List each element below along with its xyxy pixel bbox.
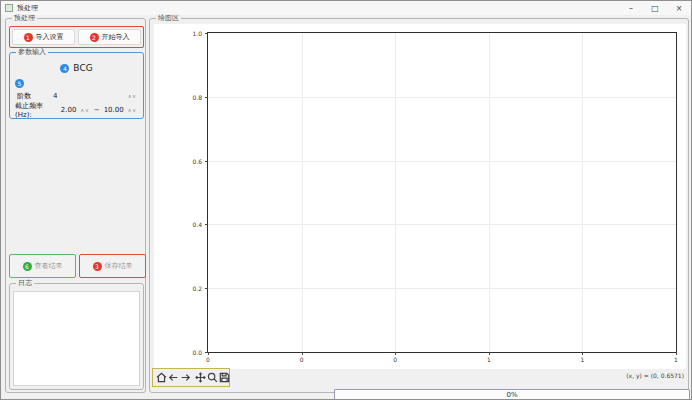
zoom-button[interactable]	[207, 370, 218, 385]
plot-group: 绘图区 0 0 0 1	[149, 18, 689, 393]
import-buttons-highlight-box: 1 导入设置 2 开始导入	[9, 26, 144, 48]
progress-value-label: 0%	[506, 391, 517, 399]
save-results-label: 保存结果	[105, 261, 133, 271]
x-tick	[208, 352, 209, 355]
log-group-label: 日志	[16, 279, 34, 288]
filter-order-spinner-arrows-icon[interactable]: ∧∨	[128, 93, 137, 99]
x-tick-label: 1	[487, 356, 491, 363]
y-tick	[205, 224, 208, 225]
x-tick-label: 0	[206, 356, 210, 363]
preprocess-group: 预处理 1 导入设置 2 开始导入 参数输入 4 BCG 5 阶数 4 ∧	[5, 18, 146, 393]
x-tick-label: 0	[300, 356, 304, 363]
plot-figure[interactable]: 0 0 0 1 1 1 1.0 0.8 0.6 0.4 0.2 0.0	[154, 24, 686, 369]
plot-axes[interactable]: 0 0 0 1 1 1 1.0 0.8 0.6 0.4 0.2 0.0	[207, 32, 677, 353]
log-output-area[interactable]	[13, 291, 140, 386]
y-tick-label: 0.6	[192, 157, 202, 164]
signal-type-label: BCG	[73, 63, 92, 73]
grid-line-horizontal	[208, 288, 676, 289]
grid-line-horizontal	[208, 224, 676, 225]
y-tick-label: 0.8	[192, 93, 202, 100]
grid-line-horizontal	[208, 161, 676, 162]
app-icon	[5, 4, 13, 12]
x-tick-label: 1	[580, 356, 584, 363]
window-controls: – □ ×	[619, 1, 691, 15]
grid-line-vertical	[302, 33, 303, 352]
title-bar[interactable]: 预处理 – □ ×	[1, 1, 691, 15]
floppy-save-icon	[219, 372, 230, 383]
log-group: 日志	[9, 283, 144, 390]
cutoff-high-spinbox[interactable]: 10.00	[104, 106, 124, 114]
start-import-button[interactable]: 2 开始导入	[78, 29, 141, 45]
import-settings-button[interactable]: 1 导入设置	[12, 29, 75, 45]
y-tick-label: 1.0	[192, 30, 202, 37]
parameter-group-label: 参数输入	[16, 48, 48, 57]
step-badge-4: 4	[60, 64, 69, 73]
y-tick	[205, 352, 208, 353]
cutoff-high-spinner-arrows-icon[interactable]: ∧∨	[128, 107, 137, 113]
import-settings-label: 导入设置	[36, 32, 64, 42]
back-arrow-icon	[168, 372, 179, 383]
pan-button[interactable]	[195, 370, 206, 385]
y-tick	[205, 33, 208, 34]
cutoff-range-separator: ~	[94, 106, 100, 114]
x-tick	[489, 352, 490, 355]
filter-order-spinbox[interactable]: 4	[53, 92, 57, 100]
view-results-label: 查看结果	[35, 261, 63, 271]
y-tick	[205, 97, 208, 98]
grid-line-horizontal	[208, 97, 676, 98]
x-tick-label: 1	[674, 356, 678, 363]
y-tick-label: 0.4	[192, 221, 202, 228]
progress-bar: 0%	[334, 389, 690, 400]
x-tick	[302, 352, 303, 355]
x-tick	[582, 352, 583, 355]
step-badge-3: 3	[93, 262, 102, 271]
grid-line-vertical	[489, 33, 490, 352]
parameter-input-group: 参数输入 4 BCG 5 阶数 4 ∧∨ 截止频率(Hz): 2.00 ∧∨ ~…	[9, 52, 144, 119]
step-badge-5: 5	[15, 79, 24, 88]
preprocess-group-label: 预处理	[12, 14, 37, 23]
home-button[interactable]	[156, 370, 167, 385]
cutoff-low-spinner-arrows-icon[interactable]: ∧∨	[80, 107, 89, 113]
maximize-button[interactable]: □	[643, 1, 667, 15]
filter-order-row: 阶数 4 ∧∨	[17, 90, 137, 101]
save-figure-button[interactable]	[219, 370, 230, 385]
forward-button[interactable]	[180, 370, 191, 385]
x-tick-label: 0	[393, 356, 397, 363]
forward-arrow-icon	[180, 372, 191, 383]
step-badge-1: 1	[24, 33, 33, 42]
close-button[interactable]: ×	[667, 1, 691, 15]
signal-type-row: 4 BCG	[10, 63, 143, 73]
start-import-label: 开始导入	[102, 32, 130, 42]
y-tick-label: 0.2	[192, 285, 202, 292]
window-title: 预处理	[17, 3, 38, 13]
home-icon	[156, 372, 167, 383]
cutoff-frequency-row: 截止频率(Hz): 2.00 ∧∨ ~ 10.00 ∧∨	[15, 104, 137, 115]
view-results-button[interactable]: 6 查看结果	[9, 254, 76, 278]
plot-toolbar	[152, 368, 230, 387]
y-tick	[205, 288, 208, 289]
filter-order-label: 阶数	[17, 91, 31, 101]
app-window: 预处理 – □ × 预处理 1 导入设置 2 开始导入 参数输入 4 BCG	[0, 0, 692, 400]
plot-group-label: 绘图区	[156, 14, 181, 23]
grid-line-vertical	[582, 33, 583, 352]
cutoff-frequency-label: 截止频率(Hz):	[15, 101, 57, 119]
minimize-button[interactable]: –	[619, 1, 643, 15]
cutoff-low-spinbox[interactable]: 2.00	[61, 106, 77, 114]
magnifier-icon	[207, 372, 218, 383]
y-tick	[205, 161, 208, 162]
x-tick	[395, 352, 396, 355]
step-badge-2: 2	[90, 33, 99, 42]
cursor-coordinates: (x, y) = (0, 0.6571)	[626, 372, 684, 379]
save-results-button[interactable]: 3 保存结果	[79, 254, 146, 278]
x-tick	[676, 352, 677, 355]
grid-line-vertical	[395, 33, 396, 352]
step-badge-6: 6	[23, 262, 32, 271]
pan-move-icon	[195, 372, 206, 383]
y-tick-label: 0.0	[192, 349, 202, 356]
back-button[interactable]	[168, 370, 179, 385]
